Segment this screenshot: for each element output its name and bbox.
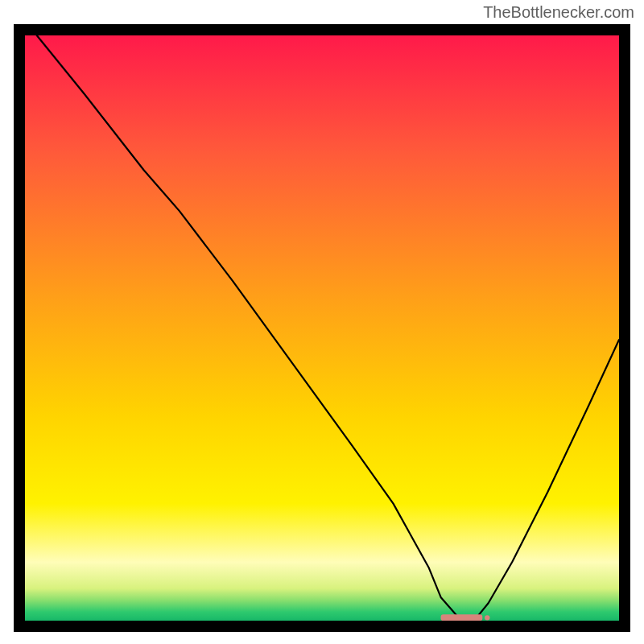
optimal-range-marker — [441, 614, 483, 621]
chart-svg — [14, 24, 630, 632]
optimal-range-dot — [485, 615, 489, 620]
gradient-background — [25, 35, 619, 621]
bottleneck-chart — [14, 24, 630, 632]
watermark-text: TheBottlenecker.com — [483, 3, 634, 22]
